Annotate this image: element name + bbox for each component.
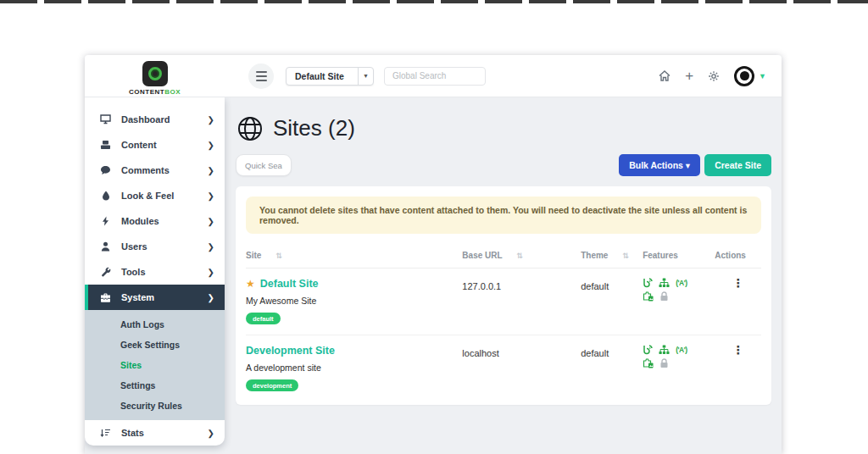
sites-toolbar: Bulk Actions ▾ Create Site [236,154,771,176]
contentbox-logo[interactable]: CONTENTBOX [85,56,225,96]
sites-table: Site ⇅ Base URL ⇅ Theme ⇅ [246,244,761,401]
quick-add-button[interactable]: + [685,69,693,83]
settings-button[interactable] [708,70,720,82]
broadcast-tower-icon[interactable]: ('A') [676,345,687,355]
page: CONTENTBOX Default Site ▼ [0,0,868,454]
sidebar-item-users[interactable]: Users ❯ [85,234,225,259]
user-icon [99,241,112,252]
avatar [734,66,754,86]
top-header: CONTENTBOX Default Site ▼ [85,55,782,97]
sidebar-item-comments[interactable]: Comments ❯ [85,158,225,183]
theme-value: default [581,348,609,358]
home-icon [659,70,670,81]
base-url-value: localhost [462,348,498,358]
column-header-features: Features [643,251,678,260]
sites-panel: You cannot delete sites that have conten… [236,186,771,405]
plus-icon: + [685,69,693,83]
boxes-icon [99,140,112,150]
lock-icon[interactable] [659,358,669,368]
lock-icon[interactable] [659,291,669,302]
tint-icon [99,191,112,201]
chevron-right-icon: ❯ [208,217,214,226]
logo-text-content: CONTENT [129,88,164,96]
site-slug-badge: development [246,379,298,391]
globe-icon [237,116,263,141]
logo-mark [142,61,168,86]
features-cell: ('A') [643,278,697,302]
table-row-development-site: Development Site A development site deve… [246,335,761,402]
blog-icon[interactable] [643,345,653,355]
column-header-actions: Actions [715,251,746,260]
star-icon: ★ [246,278,255,290]
sitemap-icon[interactable] [659,278,670,288]
page-title: Sites (2) [273,115,355,141]
blog-icon[interactable] [643,278,653,288]
row-actions-button[interactable]: ⋮ [715,278,761,288]
sort-amount-icon [99,429,112,438]
toolbox-icon [99,293,112,302]
wrench-icon [99,267,112,277]
base-url-value: 127.0.0.1 [462,281,501,291]
row-actions-button[interactable]: ⋮ [715,345,761,355]
chevron-right-icon: ❯ [208,115,214,125]
chevron-right-icon: ❯ [208,268,214,277]
comment-icon [99,165,112,175]
main-content: Sites (2) Bulk Actions ▾ Create Site You… [225,97,782,454]
page-title-row: Sites (2) [236,108,771,143]
sort-icon[interactable]: ⇅ [516,252,523,260]
submenu-item-security-rules[interactable]: Security Rules [85,396,225,416]
home-button[interactable] [659,70,670,81]
logo-text-box: BOX [164,88,181,96]
browser-edge-decoration [0,0,868,3]
site-slug-badge: default [246,313,281,324]
sidebar-item-stats[interactable]: Stats ❯ [85,420,225,446]
sort-icon[interactable]: ⇅ [275,252,282,260]
broadcast-tower-icon[interactable]: ('A') [676,278,687,288]
sitemap-icon[interactable] [659,345,670,355]
system-submenu: Auth Logs Geek Settings Sites Settings S… [85,310,225,420]
features-cell: ('A') [643,345,697,368]
header-actions: + ▼ [659,66,782,86]
bulk-actions-button[interactable]: Bulk Actions ▾ [619,154,700,176]
site-description: A development site [246,363,462,373]
sort-icon[interactable]: ⇅ [622,252,629,260]
submenu-item-geek-settings[interactable]: Geek Settings [85,335,225,355]
sidebar-item-look-feel[interactable]: Look & Feel ❯ [85,183,225,208]
chevron-right-icon: ❯ [208,166,214,175]
media-icon[interactable] [643,291,654,302]
column-header-site: Site [246,251,261,260]
chevron-right-icon: ❯ [208,242,214,252]
chevron-right-icon: ❯ [208,191,214,201]
sidebar-item-modules[interactable]: Modules ❯ [85,208,225,234]
submenu-item-auth-logs[interactable]: Auth Logs [85,314,225,335]
table-row-default-site: ★ Default Site My Awesome Site default 1… [246,269,761,335]
create-site-button[interactable]: Create Site [704,154,771,176]
sidebar-item-dashboard[interactable]: Dashboard ❯ [85,107,225,132]
sidebar-toggle-button[interactable] [248,64,274,89]
user-menu[interactable]: ▼ [734,66,766,86]
user-menu-caret-icon: ▼ [759,72,766,80]
global-search-input[interactable] [384,67,486,86]
chevron-right-icon: ❯ [208,293,214,302]
table-header-row: Site ⇅ Base URL ⇅ Theme ⇅ [246,244,761,269]
site-description: My Awesome Site [246,296,462,306]
app-window: CONTENTBOX Default Site ▼ [85,55,782,454]
submenu-item-settings[interactable]: Settings [85,375,225,396]
bolt-icon [99,216,112,226]
media-icon[interactable] [643,358,654,368]
sidebar-item-content[interactable]: Content ❯ [85,132,225,158]
submenu-item-sites[interactable]: Sites [85,355,225,375]
logo-ring-icon [148,67,162,80]
gear-icon [708,70,720,82]
sidebar-item-system[interactable]: System ❯ [85,285,225,310]
site-link[interactable]: Development Site [246,345,462,357]
site-link[interactable]: ★ Default Site [246,278,462,290]
site-select-value: Default Site [287,71,358,81]
site-select[interactable]: Default Site ▼ [286,67,374,86]
quick-search-input[interactable] [236,154,292,176]
sidebar: Dashboard ❯ Content ❯ Comments ❯ [85,97,225,446]
column-header-base-url: Base URL [462,251,502,260]
chevron-right-icon: ❯ [208,141,214,150]
sidebar-item-tools[interactable]: Tools ❯ [85,259,225,285]
logo-wordmark: CONTENTBOX [129,88,181,96]
